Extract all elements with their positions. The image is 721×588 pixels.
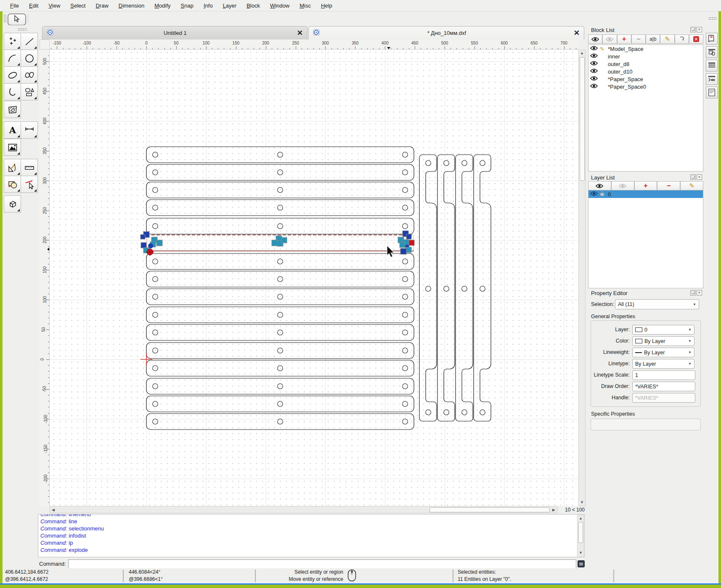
tool-ellipse[interactable] bbox=[4, 66, 21, 84]
slat-hole[interactable] bbox=[278, 152, 283, 158]
field-combo-linetype[interactable]: By Layer▼ bbox=[632, 359, 694, 369]
edit-block-button[interactable]: ✎ bbox=[660, 34, 674, 44]
slat-hole[interactable] bbox=[278, 259, 283, 264]
insert-block-button[interactable] bbox=[675, 34, 689, 44]
block-row[interactable]: *Paper_Space0 bbox=[588, 83, 703, 90]
strip-hole[interactable] bbox=[480, 161, 485, 166]
field-input-draworder[interactable]: *VARIES* bbox=[632, 382, 695, 391]
tool-image[interactable] bbox=[4, 139, 21, 156]
slat-hole[interactable] bbox=[153, 170, 158, 175]
slat-hole[interactable] bbox=[278, 170, 283, 175]
strip-hole[interactable] bbox=[462, 410, 467, 415]
menu-edit[interactable]: Edit bbox=[25, 1, 42, 10]
edit-layer-button[interactable]: ✎ bbox=[680, 181, 703, 190]
slat-hole[interactable] bbox=[278, 401, 283, 407]
close-panel-icon[interactable]: × bbox=[697, 27, 702, 32]
slat-hole[interactable] bbox=[403, 152, 408, 158]
tool-polyline[interactable] bbox=[4, 83, 21, 100]
tool-dimension[interactable] bbox=[21, 121, 38, 139]
field-combo-color[interactable]: By Layer▼ bbox=[632, 336, 694, 346]
selection-handle[interactable] bbox=[406, 234, 411, 239]
slat-hole[interactable] bbox=[278, 348, 283, 353]
strip-hole[interactable] bbox=[426, 286, 431, 292]
float-panel-icon[interactable]: ❏ bbox=[690, 290, 696, 295]
eye-icon[interactable] bbox=[590, 83, 598, 90]
selection-handle[interactable] bbox=[140, 235, 145, 239]
command-input[interactable] bbox=[68, 559, 576, 569]
eye-icon[interactable] bbox=[590, 68, 598, 75]
menu-dimension[interactable]: Dimension bbox=[114, 1, 148, 10]
menu-layer[interactable]: Layer bbox=[219, 1, 241, 10]
menu-info[interactable]: Info bbox=[199, 1, 217, 10]
slat-hole[interactable] bbox=[278, 187, 283, 193]
slat[interactable] bbox=[146, 271, 414, 287]
select-tool-button[interactable] bbox=[8, 13, 26, 26]
tool-delete[interactable] bbox=[21, 176, 38, 193]
float-panel-icon[interactable]: ❏ bbox=[690, 27, 696, 32]
strip[interactable] bbox=[456, 155, 473, 421]
slat-hole[interactable] bbox=[278, 312, 283, 318]
strip-hole[interactable] bbox=[444, 410, 449, 415]
slat[interactable] bbox=[146, 396, 414, 412]
eye-icon[interactable] bbox=[590, 61, 598, 67]
block-row[interactable]: outer_d10 bbox=[588, 68, 703, 75]
slat-hole[interactable] bbox=[403, 384, 408, 389]
slat[interactable] bbox=[146, 147, 414, 163]
command-history[interactable]: Command: linemenuCommand: lineCommand: s… bbox=[38, 514, 585, 557]
slat[interactable] bbox=[146, 164, 414, 180]
tool-palette-drag-handle[interactable] bbox=[18, 28, 27, 31]
block-list[interactable]: ✎*Model_Spaceinnerouter_d8outer_d10*Pape… bbox=[588, 45, 703, 171]
command-history-scrollbar[interactable]: ▲ ▼ bbox=[577, 515, 584, 556]
slat-hole[interactable] bbox=[153, 330, 158, 335]
show-all-blocks-button[interactable] bbox=[588, 34, 602, 44]
slat-hole[interactable] bbox=[278, 224, 283, 229]
slat-hole[interactable] bbox=[153, 294, 158, 300]
slat-hole[interactable] bbox=[403, 366, 408, 371]
tool-line[interactable] bbox=[21, 33, 38, 50]
slat-hole[interactable] bbox=[403, 401, 408, 407]
delete-block-button[interactable]: ✕ bbox=[689, 34, 703, 44]
slat-hole[interactable] bbox=[153, 384, 158, 389]
field-combo-layer[interactable]: 0▼ bbox=[632, 325, 694, 335]
slat-hole[interactable] bbox=[278, 384, 283, 389]
tool-circle[interactable] bbox=[21, 50, 38, 67]
strip[interactable] bbox=[437, 155, 455, 421]
slat-hole[interactable] bbox=[153, 312, 158, 318]
eye-icon[interactable] bbox=[590, 76, 598, 82]
scroll-left-icon[interactable]: ◀ bbox=[50, 507, 56, 513]
menu-help[interactable]: Help bbox=[317, 1, 337, 10]
slat[interactable] bbox=[146, 218, 414, 234]
slat-hole[interactable] bbox=[153, 205, 158, 211]
slat-hole[interactable] bbox=[153, 259, 158, 264]
dock-button-library-browser[interactable] bbox=[706, 33, 718, 45]
tool-shapes[interactable] bbox=[21, 83, 38, 100]
layer-list[interactable]: 0 bbox=[588, 190, 703, 288]
scroll-down-icon[interactable]: ▼ bbox=[578, 550, 584, 556]
slat[interactable] bbox=[146, 289, 414, 305]
close-tab-icon[interactable]: ✕ bbox=[574, 30, 580, 36]
slat-hole[interactable] bbox=[403, 330, 408, 335]
dock-button-document-widget[interactable] bbox=[706, 87, 718, 98]
slat-hole[interactable] bbox=[153, 152, 158, 158]
cad-drawing[interactable] bbox=[50, 50, 578, 506]
selection-handle[interactable] bbox=[141, 243, 146, 248]
menu-view[interactable]: View bbox=[44, 1, 64, 10]
strip-hole[interactable] bbox=[444, 286, 449, 292]
close-panel-icon[interactable]: × bbox=[697, 290, 702, 295]
scroll-down-icon[interactable]: ▼ bbox=[579, 499, 585, 506]
remove-layer-button[interactable]: − bbox=[657, 181, 680, 190]
selection-handle[interactable] bbox=[400, 248, 406, 254]
hide-all-blocks-button[interactable] bbox=[602, 34, 617, 44]
menu-block[interactable]: Block bbox=[242, 1, 264, 10]
horizontal-scroll-thumb[interactable] bbox=[429, 507, 550, 512]
slat-hole[interactable] bbox=[403, 224, 408, 229]
show-all-layers-button[interactable] bbox=[588, 181, 611, 190]
slat-hole[interactable] bbox=[278, 277, 283, 282]
slat[interactable] bbox=[146, 307, 414, 323]
slat[interactable] bbox=[146, 343, 414, 359]
field-combo-lineweight[interactable]: By Layer▼ bbox=[632, 348, 694, 357]
slat[interactable] bbox=[146, 182, 414, 198]
tool-spline[interactable] bbox=[21, 66, 38, 84]
menu-snap[interactable]: Snap bbox=[177, 1, 198, 10]
slat-hole[interactable] bbox=[153, 187, 158, 193]
